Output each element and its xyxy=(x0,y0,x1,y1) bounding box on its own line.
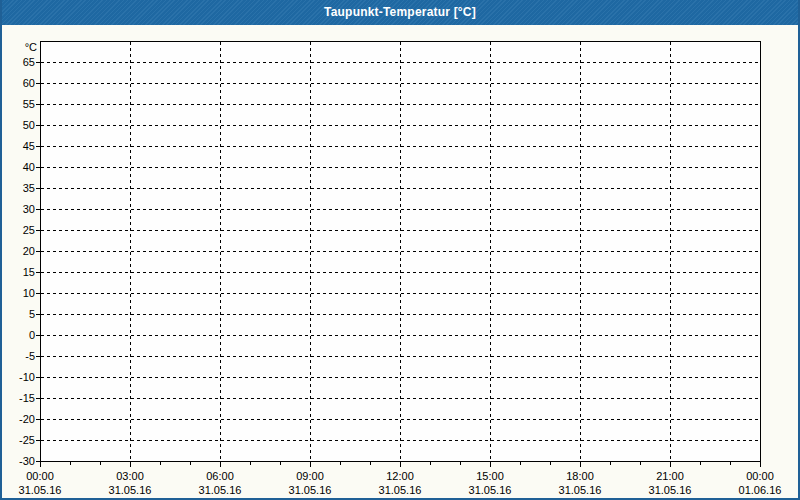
x-tick-label-time: 21:00 xyxy=(656,470,684,482)
chart-plot: 65605550454035302520151050-5-10-15-20-25… xyxy=(0,0,800,500)
x-tick-label-time: 06:00 xyxy=(206,470,234,482)
y-tick-label: 5 xyxy=(29,308,35,320)
y-tick-label: -15 xyxy=(19,392,35,404)
x-tick-label-time: 18:00 xyxy=(566,470,594,482)
x-tick-label-date: 31.05.16 xyxy=(379,484,422,496)
x-tick-label-time: 00:00 xyxy=(746,470,774,482)
x-axis-labels: 00:0031.05.1603:0031.05.1606:0031.05.160… xyxy=(19,470,782,496)
y-tick-label: 15 xyxy=(23,266,35,278)
y-tick-label: 35 xyxy=(23,182,35,194)
x-tick-label-date: 31.05.16 xyxy=(109,484,152,496)
y-tick-label: 45 xyxy=(23,140,35,152)
x-tick-label-time: 15:00 xyxy=(476,470,504,482)
y-tick-label: 25 xyxy=(23,224,35,236)
y-tick-label: 0 xyxy=(29,329,35,341)
y-tick-label: 10 xyxy=(23,287,35,299)
y-tick-label: -30 xyxy=(19,455,35,467)
y-tick-label: 55 xyxy=(23,98,35,110)
x-tick-label-date: 31.05.16 xyxy=(199,484,242,496)
x-tick-label-time: 00:00 xyxy=(26,470,54,482)
y-tick-label: 50 xyxy=(23,119,35,131)
y-tick-label: -20 xyxy=(19,413,35,425)
y-tick-label: -10 xyxy=(19,371,35,383)
x-tick-label-date: 01.06.16 xyxy=(739,484,782,496)
x-tick-label-date: 31.05.16 xyxy=(19,484,62,496)
x-tick-label-time: 12:00 xyxy=(386,470,414,482)
x-tick-label-date: 31.05.16 xyxy=(559,484,602,496)
x-tick-label-date: 31.05.16 xyxy=(289,484,332,496)
x-tick-label-time: 03:00 xyxy=(116,470,144,482)
y-axis-labels: 65605550454035302520151050-5-10-15-20-25… xyxy=(19,41,37,467)
x-tick-label-date: 31.05.16 xyxy=(469,484,512,496)
y-axis-unit-label: °C xyxy=(25,41,37,53)
y-tick-label: -25 xyxy=(19,434,35,446)
x-tick-label-time: 09:00 xyxy=(296,470,324,482)
y-tick-label: -5 xyxy=(25,350,35,362)
y-tick-label: 40 xyxy=(23,161,35,173)
chart-window: Taupunkt-Temperatur [°C] 656055504540353… xyxy=(0,0,800,500)
x-tick-label-date: 31.05.16 xyxy=(649,484,692,496)
y-tick-label: 30 xyxy=(23,203,35,215)
y-tick-label: 60 xyxy=(23,77,35,89)
y-tick-label: 20 xyxy=(23,245,35,257)
y-tick-label: 65 xyxy=(23,56,35,68)
